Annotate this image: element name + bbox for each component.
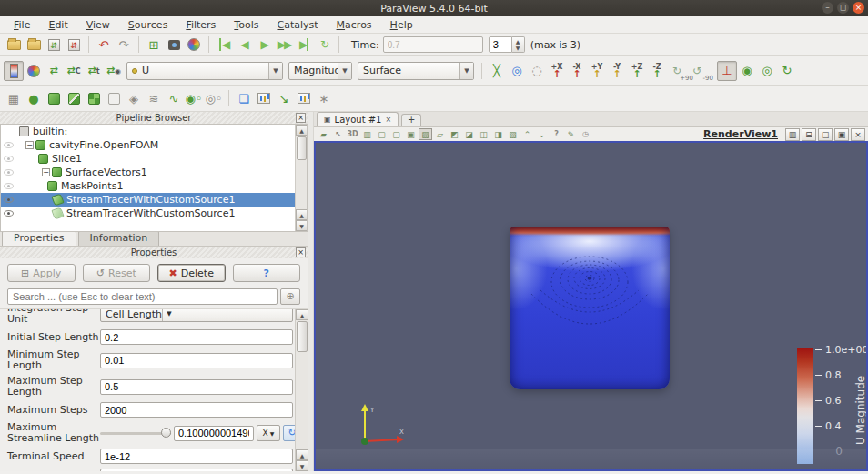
menu-edit[interactable]: Edit bbox=[40, 17, 76, 33]
rescale-temporal-range-button[interactable]: ⇄t bbox=[84, 61, 104, 81]
terminal-speed-input[interactable] bbox=[100, 449, 293, 464]
select-polygon-icon[interactable]: ▱ bbox=[433, 128, 447, 140]
interactive-select-cells-icon[interactable]: ◩ bbox=[448, 128, 461, 140]
scroll-up-icon[interactable]: ▲ bbox=[296, 309, 308, 320]
grow-selection-icon[interactable]: ⌃ bbox=[520, 128, 534, 140]
contour-button[interactable]: ● bbox=[24, 88, 44, 108]
select-cells-through-icon[interactable]: ▣ bbox=[404, 128, 418, 140]
streamline-length-input[interactable] bbox=[174, 426, 254, 441]
scroll-down-icon[interactable]: ▼ bbox=[296, 220, 308, 231]
threshold-button[interactable] bbox=[84, 88, 104, 108]
extract-histogram-button[interactable] bbox=[294, 88, 314, 108]
minimize-button[interactable]: – bbox=[822, 2, 833, 14]
plot-over-line-button[interactable] bbox=[254, 88, 274, 108]
pipeline-browser-header[interactable]: Pipeline Browser × bbox=[0, 112, 308, 124]
help-button[interactable]: ? bbox=[233, 264, 301, 282]
eye-icon[interactable] bbox=[4, 142, 14, 148]
first-frame-button[interactable]: ◀ bbox=[214, 35, 234, 55]
pick-center-button[interactable]: ◎ bbox=[757, 61, 777, 81]
menu-catalyst[interactable]: Catalyst bbox=[268, 17, 326, 33]
select-points-through-icon[interactable]: ▨ bbox=[419, 128, 432, 140]
play-button[interactable]: ▶ bbox=[254, 35, 274, 55]
clip-button[interactable] bbox=[44, 88, 64, 108]
streamline-axis-combo[interactable]: X▼ bbox=[257, 425, 280, 441]
rescale-visible-range-button[interactable]: ⇄◉ bbox=[104, 61, 124, 81]
maximum-error-input[interactable] bbox=[100, 469, 293, 471]
reset-button[interactable]: ↺Reset bbox=[83, 264, 151, 282]
initial-step-length-input[interactable] bbox=[100, 329, 293, 345]
render-view-name[interactable]: RenderView1 bbox=[703, 128, 778, 140]
split-vertical-button[interactable]: ⊟ bbox=[802, 128, 816, 141]
tab-properties[interactable]: Properties bbox=[2, 230, 76, 246]
pipeline-item-streamtracer2[interactable]: StreamTracerWithCustomSource1 bbox=[1, 207, 307, 220]
rescale-custom-range-button[interactable]: ⇄C bbox=[64, 61, 84, 81]
select-points-on-icon[interactable]: ▢ bbox=[389, 128, 403, 140]
screenshot-button[interactable] bbox=[164, 35, 184, 55]
slider-handle[interactable] bbox=[161, 428, 171, 438]
query-help-icon[interactable]: ? bbox=[550, 128, 563, 140]
glyph-button[interactable]: ◈ bbox=[124, 88, 144, 108]
show-orientation-axes-button[interactable]: ↻ bbox=[777, 61, 797, 81]
minimum-step-length-input[interactable] bbox=[100, 353, 293, 368]
stream-tracer-button[interactable]: ≋ bbox=[144, 88, 164, 108]
group-datasets-button[interactable]: ◉◦ bbox=[184, 88, 204, 108]
edit-color-map-button[interactable] bbox=[24, 61, 44, 81]
scroll-up-icon[interactable]: ▲ bbox=[296, 125, 308, 136]
open-file-button[interactable] bbox=[4, 35, 24, 55]
loop-button[interactable]: ↻ bbox=[314, 35, 334, 55]
load-state-button[interactable]: ⇵ bbox=[64, 35, 84, 55]
eye-icon[interactable] bbox=[4, 156, 14, 162]
frame-index-input[interactable] bbox=[489, 36, 512, 53]
pipeline-item-slice1[interactable]: Slice1 bbox=[1, 152, 307, 166]
scroll-thumb[interactable] bbox=[297, 321, 308, 352]
split-horizontal-button[interactable]: ▥ bbox=[785, 128, 800, 141]
rescale-data-range-button[interactable]: ⇄ bbox=[44, 61, 64, 81]
shrink-selection-icon[interactable]: ⌄ bbox=[535, 128, 549, 140]
extract-block-button[interactable]: ❏ bbox=[234, 88, 254, 108]
close-icon[interactable]: × bbox=[296, 113, 306, 123]
view-minus-y-button[interactable]: -Y↑ bbox=[607, 61, 627, 81]
save-state-button[interactable]: ⇵ bbox=[44, 35, 64, 55]
rotate-90-cw-button[interactable]: ↻+90 bbox=[667, 61, 687, 81]
clock-icon[interactable]: ◷ bbox=[579, 128, 592, 140]
render-view[interactable]: Y X 1.0e+00 0.8 0.6 0.4 U Magnitude 0 bbox=[314, 141, 868, 471]
menu-tools[interactable]: Tools bbox=[226, 17, 267, 33]
pipeline-item-maskpoints1[interactable]: MaskPoints1 bbox=[1, 179, 307, 193]
probe-location-button[interactable]: ↘ bbox=[274, 88, 294, 108]
previous-frame-button[interactable]: ◀ bbox=[234, 35, 254, 55]
panel-splitter[interactable] bbox=[308, 112, 314, 471]
pipeline-scrollbar[interactable]: ▲ ▲ ▼ bbox=[295, 125, 307, 231]
gear-icon[interactable]: ⊕ bbox=[280, 288, 300, 305]
scroll-up-icon[interactable]: ▲ bbox=[296, 449, 308, 460]
representation-combo[interactable]: Surface ▼ bbox=[358, 62, 474, 80]
hover-points-icon[interactable]: ◨ bbox=[491, 128, 505, 140]
maximize-button[interactable]: ◻ bbox=[837, 2, 849, 14]
menu-help[interactable]: Help bbox=[382, 17, 421, 33]
detach-view-button[interactable]: ▣ bbox=[834, 128, 849, 141]
integration-step-unit-combo[interactable]: Cell Length ▼ bbox=[100, 308, 293, 322]
tab-information[interactable]: Information bbox=[78, 230, 160, 246]
programmable-filter-button[interactable]: ∗ bbox=[314, 88, 334, 108]
rotate-90-ccw-button[interactable]: ↺-90 bbox=[687, 61, 707, 81]
menu-filters[interactable]: Filters bbox=[177, 17, 224, 33]
tab-layout-1[interactable]: ▣ Layout #1 × bbox=[317, 112, 399, 126]
pipeline-item-streamtracer1[interactable]: StreamTracerWithCustomSource1 bbox=[1, 193, 307, 207]
edit-view-options-icon[interactable]: ✎ bbox=[564, 128, 578, 140]
interact-mode-icon[interactable]: ↖ bbox=[331, 128, 345, 140]
open-recent-button[interactable] bbox=[24, 35, 44, 55]
properties-header[interactable]: Properties × bbox=[0, 247, 308, 258]
scroll-up-icon[interactable]: ▲ bbox=[296, 209, 308, 220]
menu-macros[interactable]: Macros bbox=[328, 17, 380, 33]
collapse-icon[interactable]: − bbox=[42, 168, 50, 176]
delete-button[interactable]: ✖Delete bbox=[157, 264, 226, 282]
scroll-down-icon[interactable]: ▼ bbox=[296, 460, 308, 471]
zoom-to-data-button[interactable]: ◎ bbox=[507, 61, 527, 81]
scroll-thumb[interactable] bbox=[297, 136, 307, 160]
extract-level-button[interactable]: ◎◦ bbox=[204, 88, 224, 108]
color-array-combo[interactable]: U ▼ bbox=[126, 62, 283, 80]
last-frame-button[interactable]: ▶ bbox=[294, 35, 314, 55]
warp-by-vector-button[interactable]: ∿ bbox=[164, 88, 184, 108]
apply-button[interactable]: ⊞Apply bbox=[7, 264, 76, 282]
component-combo[interactable]: Magnitud ▼ bbox=[288, 62, 352, 80]
eye-icon[interactable] bbox=[4, 197, 14, 203]
